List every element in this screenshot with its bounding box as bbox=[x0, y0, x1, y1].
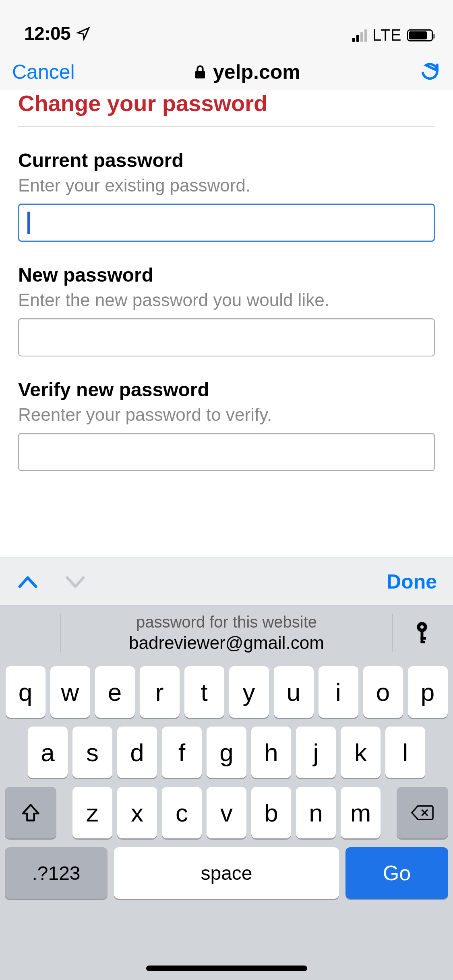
done-button[interactable]: Done bbox=[387, 570, 437, 593]
key-b[interactable]: b bbox=[251, 787, 291, 838]
key-r[interactable]: r bbox=[140, 666, 180, 718]
new-password-hint: Enter the new password you would like. bbox=[18, 290, 435, 310]
new-password-block: New password Enter the new password you … bbox=[18, 264, 435, 356]
key-y[interactable]: y bbox=[229, 666, 269, 718]
current-password-hint: Enter your existing password. bbox=[18, 175, 435, 196]
key-j[interactable]: j bbox=[296, 727, 336, 778]
cancel-button[interactable]: Cancel bbox=[12, 60, 75, 84]
autofill-suggestion[interactable]: password for this website badreviewer@gm… bbox=[129, 613, 324, 653]
shift-icon bbox=[20, 802, 41, 823]
key-d[interactable]: d bbox=[117, 727, 157, 778]
key-w[interactable]: w bbox=[50, 666, 90, 718]
battery-icon bbox=[407, 29, 433, 41]
next-field-button[interactable] bbox=[66, 574, 85, 590]
key-i[interactable]: i bbox=[319, 666, 358, 718]
backspace-icon bbox=[411, 804, 434, 821]
numbers-key[interactable]: .?123 bbox=[5, 847, 108, 899]
page-content: Change your password Current password En… bbox=[0, 90, 453, 471]
svg-rect-0 bbox=[195, 71, 205, 78]
location-icon bbox=[76, 26, 91, 41]
autofill-account: badreviewer@gmail.com bbox=[129, 633, 324, 653]
keyboard: qwertyuiop asdfghjkl zxcvbnm .?123 space… bbox=[0, 660, 453, 916]
verify-password-input[interactable] bbox=[18, 433, 435, 471]
space-key[interactable]: space bbox=[114, 847, 339, 899]
key-h[interactable]: h bbox=[251, 727, 291, 778]
key-t[interactable]: t bbox=[184, 666, 224, 718]
prev-field-button[interactable] bbox=[18, 574, 37, 590]
divider bbox=[60, 614, 61, 652]
key-m[interactable]: m bbox=[341, 787, 381, 838]
backspace-key[interactable] bbox=[397, 787, 448, 838]
key-f[interactable]: f bbox=[162, 727, 202, 778]
network-label: LTE bbox=[372, 26, 401, 44]
key-k[interactable]: k bbox=[341, 727, 381, 778]
reload-button[interactable] bbox=[419, 61, 441, 83]
cell-signal-icon bbox=[352, 29, 367, 42]
verify-password-block: Verify new password Reenter your passwor… bbox=[18, 379, 435, 471]
key-z[interactable]: z bbox=[72, 787, 112, 838]
key-a[interactable]: a bbox=[28, 727, 68, 778]
shift-key[interactable] bbox=[5, 787, 56, 838]
lock-icon bbox=[194, 64, 207, 80]
autofill-suggestion-bar: password for this website badreviewer@gm… bbox=[0, 606, 453, 660]
passwords-key-icon[interactable] bbox=[413, 622, 431, 645]
key-v[interactable]: v bbox=[207, 787, 246, 838]
key-g[interactable]: g bbox=[207, 727, 246, 778]
svg-rect-5 bbox=[421, 641, 425, 643]
input-accessory-bar: Done bbox=[0, 558, 453, 606]
key-o[interactable]: o bbox=[363, 666, 403, 718]
status-time: 12:05 bbox=[24, 23, 70, 44]
svg-point-2 bbox=[420, 625, 424, 629]
url-text: yelp.com bbox=[213, 60, 300, 84]
status-bar: 12:05 LTE bbox=[0, 0, 453, 52]
key-l[interactable]: l bbox=[385, 727, 425, 778]
new-password-label: New password bbox=[18, 264, 435, 286]
page-title: Change your password bbox=[18, 90, 435, 127]
svg-rect-4 bbox=[421, 637, 426, 639]
home-indicator[interactable] bbox=[146, 966, 307, 971]
key-n[interactable]: n bbox=[296, 787, 336, 838]
text-caret bbox=[27, 212, 30, 234]
key-u[interactable]: u bbox=[274, 666, 314, 718]
current-password-input[interactable] bbox=[18, 204, 435, 242]
current-password-block: Current password Enter your existing pas… bbox=[18, 149, 435, 242]
key-s[interactable]: s bbox=[72, 727, 112, 778]
key-e[interactable]: e bbox=[95, 666, 135, 718]
new-password-input[interactable] bbox=[18, 318, 435, 356]
current-password-label: Current password bbox=[18, 149, 435, 171]
key-q[interactable]: q bbox=[6, 666, 46, 718]
divider bbox=[392, 614, 393, 652]
key-c[interactable]: c bbox=[162, 787, 202, 838]
go-key[interactable]: Go bbox=[345, 847, 448, 899]
svg-rect-3 bbox=[421, 631, 424, 642]
key-x[interactable]: x bbox=[117, 787, 157, 838]
autofill-title: password for this website bbox=[129, 613, 324, 631]
keyboard-area: Done password for this website badreview… bbox=[0, 558, 453, 980]
key-p[interactable]: p bbox=[408, 666, 448, 718]
verify-password-label: Verify new password bbox=[18, 379, 435, 401]
verify-password-hint: Reenter your password to verify. bbox=[18, 405, 435, 425]
address-bar[interactable]: yelp.com bbox=[194, 60, 300, 84]
